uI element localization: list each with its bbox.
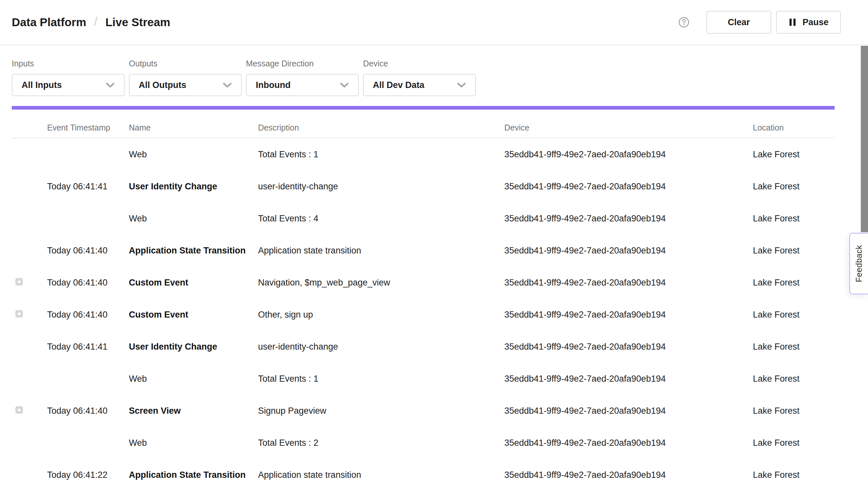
- event-device-id: 35eddb41-9ff9-49e2-7aed-20afa90eb194: [504, 438, 753, 448]
- expander-cell: [12, 278, 47, 288]
- event-description: user-identity-change: [258, 342, 504, 352]
- pause-button[interactable]: Pause: [776, 11, 841, 34]
- event-location: Lake Forest: [753, 470, 835, 480]
- event-name: Application State Transition: [129, 246, 258, 256]
- clear-button[interactable]: Clear: [707, 11, 771, 34]
- selected-value: All Dev Data: [373, 80, 425, 90]
- filter-bar: Inputs All Inputs Outputs All Outputs Me…: [0, 45, 868, 96]
- event-location: Lake Forest: [753, 438, 835, 448]
- column-header-event-timestamp: Event Timestamp: [47, 123, 129, 132]
- event-location: Lake Forest: [753, 310, 835, 320]
- filter-label: Outputs: [129, 59, 242, 68]
- filter-device: Device All Dev Data: [363, 59, 476, 96]
- filter-outputs: Outputs All Outputs: [129, 59, 242, 96]
- event-description: user-identity-change: [258, 182, 504, 192]
- table-row: Web Total Events : 2 35eddb41-9ff9-49e2-…: [12, 427, 835, 459]
- device-select[interactable]: All Dev Data: [363, 74, 476, 96]
- event-name: Custom Event: [129, 278, 258, 288]
- expander-cell: [12, 182, 47, 192]
- inputs-select[interactable]: All Inputs: [12, 74, 125, 96]
- event-location: Lake Forest: [753, 374, 835, 384]
- expand-plus-icon[interactable]: [16, 278, 23, 285]
- event-name: Web: [129, 374, 258, 384]
- message-direction-select[interactable]: Inbound: [246, 74, 359, 96]
- table-row: Today 06:41:40 Custom Event Navigation, …: [12, 267, 835, 299]
- table-body: Web Total Events : 1 35eddb41-9ff9-49e2-…: [12, 138, 835, 486]
- filter-label: Message Direction: [246, 59, 359, 68]
- event-timestamp: Today 06:41:22: [47, 470, 129, 480]
- expander-cell: [12, 149, 47, 160]
- event-location: Lake Forest: [753, 214, 835, 224]
- event-timestamp: Today 06:41:40: [47, 406, 129, 416]
- chevron-down-icon: [106, 83, 115, 88]
- event-timestamp: Today 06:41:40: [47, 278, 129, 288]
- expander-cell: [12, 246, 47, 256]
- event-name: User Identity Change: [129, 182, 258, 192]
- breadcrumb-separator: /: [94, 15, 98, 29]
- column-header-name: Name: [129, 123, 258, 132]
- event-device-id: 35eddb41-9ff9-49e2-7aed-20afa90eb194: [504, 149, 753, 160]
- event-device-id: 35eddb41-9ff9-49e2-7aed-20afa90eb194: [504, 182, 753, 192]
- event-name: User Identity Change: [129, 342, 258, 352]
- event-device-id: 35eddb41-9ff9-49e2-7aed-20afa90eb194: [504, 310, 753, 320]
- event-timestamp: Today 06:41:40: [47, 246, 129, 256]
- event-name: Custom Event: [129, 310, 258, 320]
- clear-button-label: Clear: [728, 17, 750, 28]
- event-description: Navigation, $mp_web_page_view: [258, 278, 504, 288]
- filter-message-direction: Message Direction Inbound: [246, 59, 359, 96]
- event-device-id: 35eddb41-9ff9-49e2-7aed-20afa90eb194: [504, 406, 753, 416]
- column-header-location: Location: [753, 123, 835, 132]
- expander-cell: [12, 374, 47, 384]
- event-device-id: 35eddb41-9ff9-49e2-7aed-20afa90eb194: [504, 246, 753, 256]
- expander-cell: [12, 342, 47, 352]
- event-description: Total Events : 2: [258, 438, 504, 448]
- event-device-id: 35eddb41-9ff9-49e2-7aed-20afa90eb194: [504, 374, 753, 384]
- event-description: Total Events : 1: [258, 149, 504, 160]
- event-name: Web: [129, 438, 258, 448]
- chevron-down-icon: [340, 83, 349, 88]
- event-timestamp: Today 06:41:40: [47, 310, 129, 320]
- event-location: Lake Forest: [753, 182, 835, 192]
- pause-icon: [788, 18, 797, 27]
- feedback-tab-label: Feedback: [854, 245, 864, 282]
- event-location: Lake Forest: [753, 246, 835, 256]
- event-location: Lake Forest: [753, 278, 835, 288]
- feedback-tab[interactable]: Feedback: [849, 233, 868, 294]
- event-description: Application state transition: [258, 246, 504, 256]
- event-device-id: 35eddb41-9ff9-49e2-7aed-20afa90eb194: [504, 470, 753, 480]
- event-location: Lake Forest: [753, 342, 835, 352]
- outputs-select[interactable]: All Outputs: [129, 74, 242, 96]
- breadcrumb-section[interactable]: Data Platform: [12, 16, 86, 29]
- filter-label: Inputs: [12, 59, 125, 68]
- event-location: Lake Forest: [753, 149, 835, 160]
- expand-plus-icon[interactable]: [16, 310, 23, 317]
- table-row: Web Total Events : 1 35eddb41-9ff9-49e2-…: [12, 363, 835, 395]
- selected-value: All Outputs: [139, 80, 186, 90]
- toolbar: Clear Pause: [678, 11, 841, 34]
- expand-plus-icon[interactable]: [16, 406, 23, 414]
- table-row: Today 06:41:40 Custom Event Other, sign …: [12, 299, 835, 331]
- event-name: Screen View: [129, 406, 258, 416]
- filter-inputs: Inputs All Inputs: [12, 59, 125, 96]
- event-description: Other, sign up: [258, 310, 504, 320]
- expander-cell: [12, 214, 47, 224]
- event-device-id: 35eddb41-9ff9-49e2-7aed-20afa90eb194: [504, 278, 753, 288]
- event-timestamp: Today 06:41:41: [47, 342, 129, 352]
- vertical-scrollbar-thumb[interactable]: [861, 46, 868, 232]
- expander-cell: [12, 310, 47, 320]
- event-name: Application State Transition: [129, 470, 258, 480]
- event-location: Lake Forest: [753, 406, 835, 416]
- column-header-description: Description: [258, 123, 504, 132]
- expander-cell: [12, 438, 47, 448]
- chevron-down-icon: [223, 83, 232, 88]
- selected-value: All Inputs: [22, 80, 62, 90]
- selected-value: Inbound: [256, 80, 290, 90]
- event-timestamp: Today 06:41:41: [47, 182, 129, 192]
- table-row: Today 06:41:41 User Identity Change user…: [12, 331, 835, 363]
- help-icon[interactable]: [678, 17, 689, 28]
- breadcrumb: Data Platform / Live Stream: [12, 16, 170, 29]
- chevron-down-icon: [457, 83, 466, 88]
- column-header-device: Device: [504, 123, 753, 132]
- table-row: Today 06:41:40 Screen View Signup Pagevi…: [12, 395, 835, 427]
- event-device-id: 35eddb41-9ff9-49e2-7aed-20afa90eb194: [504, 214, 753, 224]
